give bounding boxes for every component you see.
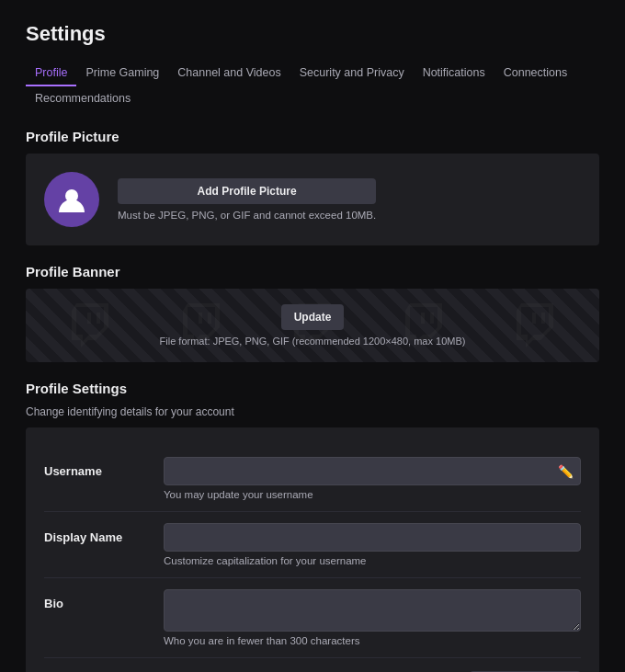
username-field-wrapper: ✏️ You may update your username: [164, 457, 581, 500]
bio-input[interactable]: [164, 589, 581, 632]
profile-settings-form: Username ✏️ You may update your username…: [26, 427, 599, 672]
profile-settings-section-subtitle: Change identifying details for your acco…: [26, 405, 599, 418]
tab-channel-and-videos[interactable]: Channel and Videos: [168, 61, 290, 86]
username-input[interactable]: [164, 457, 581, 485]
profile-picture-section-title: Profile Picture: [26, 129, 599, 144]
page-title: Settings: [26, 22, 599, 46]
add-profile-picture-button[interactable]: Add Profile Picture: [118, 178, 376, 204]
tab-profile[interactable]: Profile: [26, 61, 76, 86]
username-label: Username: [44, 457, 164, 478]
avatar: [44, 172, 99, 227]
bio-hint: Who you are in fewer than 300 characters: [164, 635, 581, 646]
nav-tabs: Profile Prime Gaming Channel and Videos …: [26, 61, 599, 110]
profile-banner-card: Update File format: JPEG, PNG, GIF (reco…: [26, 289, 599, 362]
banner-hint: File format: JPEG, PNG, GIF (recommended…: [160, 336, 466, 347]
username-hint: You may update your username: [164, 489, 581, 500]
bio-row: Bio Who you are in fewer than 300 charac…: [44, 578, 581, 658]
profile-settings-section-title: Profile Settings: [26, 381, 599, 396]
username-row: Username ✏️ You may update your username: [44, 446, 581, 512]
edit-username-icon[interactable]: ✏️: [558, 464, 574, 479]
tab-recommendations[interactable]: Recommendations: [26, 86, 140, 110]
bio-field-wrapper: Who you are in fewer than 300 characters: [164, 589, 581, 646]
avatar-icon: [55, 183, 88, 216]
display-name-input[interactable]: [164, 523, 581, 552]
banner-update-wrapper: Update File format: JPEG, PNG, GIF (reco…: [160, 304, 466, 347]
save-row: Save Changes: [44, 658, 581, 672]
display-name-hint: Customize capitalization for your userna…: [164, 555, 581, 566]
banner-update-button[interactable]: Update: [281, 304, 345, 330]
tab-connections[interactable]: Connections: [494, 61, 577, 86]
profile-banner-section-title: Profile Banner: [26, 264, 599, 279]
tab-security-and-privacy[interactable]: Security and Privacy: [290, 61, 414, 86]
bio-label: Bio: [44, 589, 164, 610]
username-input-wrapper: ✏️: [164, 457, 581, 485]
profile-picture-hint: Must be JPEG, PNG, or GIF and cannot exc…: [118, 210, 376, 221]
display-name-label: Display Name: [44, 523, 164, 544]
tab-prime-gaming[interactable]: Prime Gaming: [76, 61, 168, 86]
profile-picture-actions: Add Profile Picture Must be JPEG, PNG, o…: [118, 178, 376, 221]
display-name-row: Display Name Customize capitalization fo…: [44, 512, 581, 578]
tab-notifications[interactable]: Notifications: [414, 61, 494, 86]
display-name-field-wrapper: Customize capitalization for your userna…: [164, 523, 581, 566]
profile-picture-card: Add Profile Picture Must be JPEG, PNG, o…: [26, 154, 599, 245]
